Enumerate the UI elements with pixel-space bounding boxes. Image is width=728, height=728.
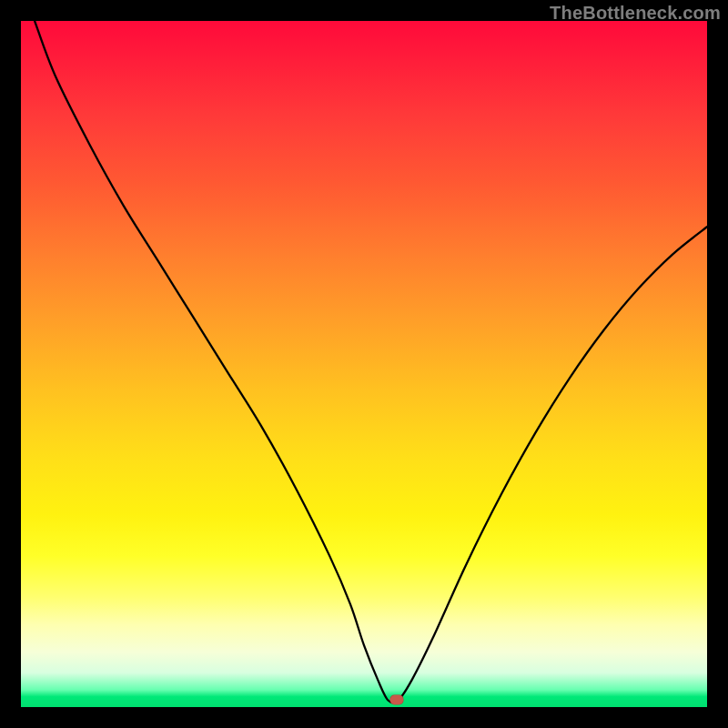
plot-area	[21, 21, 707, 707]
optimal-point-marker	[390, 695, 404, 705]
bottleneck-curve-path	[35, 21, 707, 703]
chart-stage: TheBottleneck.com	[0, 0, 728, 728]
bottleneck-curve	[21, 21, 707, 707]
watermark-text: TheBottleneck.com	[550, 3, 721, 24]
